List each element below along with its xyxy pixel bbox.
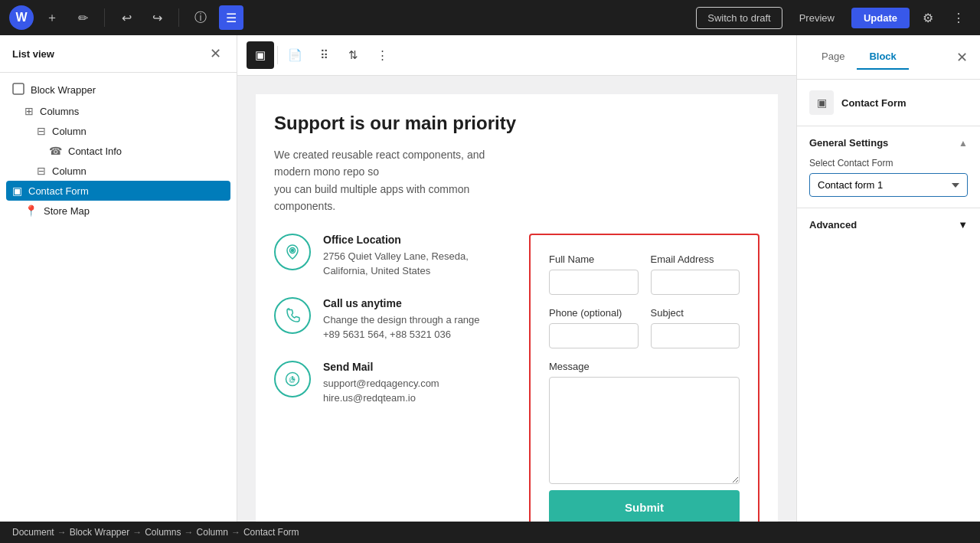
toolbar-divider-1 <box>104 8 105 27</box>
toolbar-right: Switch to draft Preview Update ⚙ ⋮ <box>696 5 971 30</box>
list-view-title: List view <box>12 48 54 60</box>
svg-point-2 <box>292 249 294 251</box>
settings-button[interactable]: ⚙ <box>916 5 940 30</box>
advanced-section[interactable]: Advanced ▼ <box>797 208 980 241</box>
full-name-label: Full Name <box>549 254 639 265</box>
column-2-icon: ⊟ <box>37 165 46 177</box>
general-settings-section: General Settings ▲ Select Contact Form C… <box>797 126 980 208</box>
subject-input[interactable] <box>651 323 740 348</box>
general-settings-header[interactable]: General Settings ▲ <box>809 137 968 149</box>
message-group: Message <box>549 361 740 484</box>
breadcrumb-sep-3: → <box>185 527 194 538</box>
contact-form-box: Full Name Email Address Phone (optional) <box>529 234 760 522</box>
update-button[interactable]: Update <box>851 8 910 28</box>
block-type-label: Contact Form <box>841 97 906 109</box>
column-1-icon: ⊟ <box>37 125 46 137</box>
message-label: Message <box>549 361 740 372</box>
wp-logo: W <box>9 5 34 30</box>
select-contact-form-dropdown[interactable]: Contact form 1 Contact form 2 Contact fo… <box>809 173 968 197</box>
breadcrumb-block-wrapper[interactable]: Block Wrapper <box>70 527 129 538</box>
add-block-button[interactable]: ＋ <box>40 5 64 30</box>
contact-form-label: Contact Form <box>28 185 89 197</box>
breadcrumb-document[interactable]: Document <box>12 527 54 538</box>
list-view-panel: List view ✕ Block Wrapper ⊞ Columns ⊟ Co… <box>0 35 237 522</box>
tree-item-column-1[interactable]: ⊟ Column <box>0 121 237 141</box>
tab-block[interactable]: Block <box>857 44 908 70</box>
send-mail-text: Send Mail support@redqagency.comhire.us@… <box>323 361 439 406</box>
more-block-options[interactable]: ⋮ <box>368 41 396 69</box>
more-options-button[interactable]: ⋮ <box>946 5 971 30</box>
subject-label: Subject <box>651 307 740 319</box>
call-us-desc: Change the design through a range+89 563… <box>323 312 480 342</box>
move-up-down-button[interactable]: ⇅ <box>339 41 367 69</box>
list-view-button[interactable]: ☰ <box>219 5 243 30</box>
contact-info-column: Office Location 2756 Quiet Valley Lane, … <box>274 234 505 406</box>
full-name-group: Full Name <box>549 254 639 295</box>
switch-to-draft-button[interactable]: Switch to draft <box>696 7 782 29</box>
close-list-view-button[interactable]: ✕ <box>206 44 224 63</box>
email-label: Email Address <box>651 254 740 265</box>
tree-item-contact-form[interactable]: ▣ Contact Form <box>6 181 230 201</box>
call-us-title: Call us anytime <box>323 297 480 309</box>
send-mail-icon: @ <box>274 361 311 397</box>
store-map-icon: 📍 <box>24 204 38 217</box>
block-type-icon: ▣ <box>809 90 834 115</box>
drag-button[interactable]: ⠿ <box>310 41 338 69</box>
office-location-desc: 2756 Quiet Valley Lane, Reseda,Californi… <box>323 249 469 279</box>
advanced-label: Advanced <box>809 219 857 231</box>
send-mail-item: @ Send Mail support@redqagency.comhire.u… <box>274 361 505 406</box>
store-map-label: Store Map <box>44 205 90 217</box>
email-input[interactable] <box>651 270 740 295</box>
office-location-icon <box>274 234 311 270</box>
phone-input[interactable] <box>549 323 639 348</box>
phone-subject-row: Phone (optional) Subject <box>549 307 740 348</box>
details-button[interactable]: ⓘ <box>188 5 213 30</box>
call-us-item: Call us anytime Change the design throug… <box>274 297 505 342</box>
send-mail-title: Send Mail <box>323 361 439 373</box>
canvas-area: ▣ 📄 ⠿ ⇅ ⋮ Support is our main priority W… <box>237 35 796 522</box>
general-settings-label: General Settings <box>809 137 888 149</box>
block-type-icon-button[interactable]: ▣ <box>247 41 274 69</box>
breadcrumb-sep-1: → <box>57 527 67 538</box>
tree-item-column-2[interactable]: ⊟ Column <box>0 161 237 181</box>
name-email-row: Full Name Email Address <box>549 254 740 295</box>
call-us-icon <box>274 297 311 334</box>
tab-page[interactable]: Page <box>809 44 857 70</box>
tree-item-block-wrapper[interactable]: Block Wrapper <box>0 79 237 101</box>
svg-rect-0 <box>13 83 24 94</box>
contact-grid: Office Location 2756 Quiet Valley Lane, … <box>274 234 760 522</box>
tree-item-columns[interactable]: ⊞ Columns <box>0 101 237 121</box>
columns-label: Columns <box>40 106 79 117</box>
top-bar: W ＋ ✏ ↩ ↪ ⓘ ☰ Switch to draft Preview Up… <box>0 0 980 35</box>
block-type-header: ▣ Contact Form <box>797 80 980 126</box>
preview-button[interactable]: Preview <box>789 8 845 28</box>
subject-group: Subject <box>651 307 740 348</box>
breadcrumb-column[interactable]: Column <box>197 527 228 538</box>
message-textarea[interactable] <box>549 377 740 484</box>
full-name-input[interactable] <box>549 270 639 295</box>
contact-form-icon: ▣ <box>12 185 22 197</box>
right-sidebar-header: Page Block ✕ <box>797 35 980 80</box>
close-sidebar-button[interactable]: ✕ <box>956 49 968 66</box>
page-title: Support is our main priority <box>274 113 760 134</box>
list-view-header: List view ✕ <box>0 35 237 73</box>
tree-item-store-map[interactable]: 📍 Store Map <box>0 201 237 221</box>
general-settings-chevron: ▲ <box>959 138 968 149</box>
undo-button[interactable]: ↩ <box>114 5 139 30</box>
page-section: Support is our main priority We created … <box>256 94 778 522</box>
office-location-item: Office Location 2756 Quiet Valley Lane, … <box>274 234 505 279</box>
call-us-text: Call us anytime Change the design throug… <box>323 297 480 342</box>
office-location-text: Office Location 2756 Quiet Valley Lane, … <box>323 234 469 279</box>
breadcrumb-columns[interactable]: Columns <box>145 527 181 538</box>
toolbar-left: W ＋ ✏ ↩ ↪ ⓘ ☰ <box>9 5 243 30</box>
tools-button[interactable]: ✏ <box>70 5 95 30</box>
redo-button[interactable]: ↪ <box>145 5 169 30</box>
select-form-label: Select Contact Form <box>809 158 968 168</box>
phone-label: Phone (optional) <box>549 307 639 319</box>
tree-item-contact-info[interactable]: ☎ Contact Info <box>0 141 237 161</box>
block-doc-button[interactable]: 📄 <box>281 41 309 69</box>
breadcrumb-contact-form[interactable]: Contact Form <box>243 527 299 538</box>
column-1-label: Column <box>52 126 87 137</box>
submit-button[interactable]: Submit <box>549 490 740 522</box>
main-layout: List view ✕ Block Wrapper ⊞ Columns ⊟ Co… <box>0 35 980 522</box>
